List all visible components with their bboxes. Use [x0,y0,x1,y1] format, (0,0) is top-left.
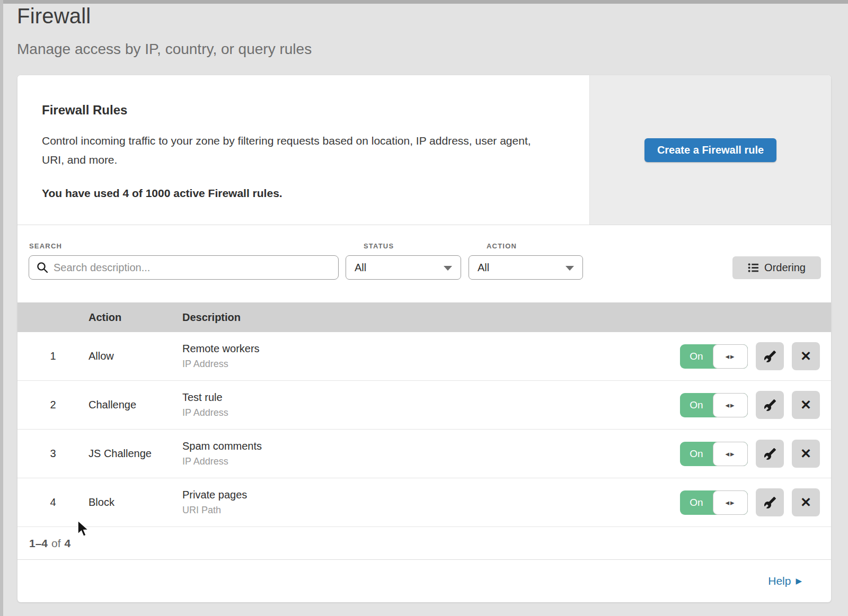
delete-rule-button[interactable]: ✕ [792,440,820,468]
toggle-handle-arrows-icon: ◂▸ [713,393,748,417]
table-row: 4 Block Private pages URI Path On ◂▸ ✕ [17,478,831,527]
close-icon: ✕ [800,398,811,412]
status-label: STATUS [364,242,394,250]
filters-bar: SEARCH STATUS All ACTION All [17,225,831,302]
section-heading: Firewall Rules [42,103,558,118]
edit-rule-button[interactable] [756,440,784,468]
usage-summary: You have used 4 of 1000 active Firewall … [42,187,558,200]
pagination-of-label: of [51,537,61,550]
intro-section: Firewall Rules Control incoming traffic … [17,75,831,225]
intro-text-block: Firewall Rules Control incoming traffic … [17,75,589,225]
rule-match-type: IP Address [182,456,680,467]
create-rule-panel: Create a Firewall rule [589,75,831,225]
table-header: Action Description [17,302,831,332]
toggle-on-label: On [680,393,713,417]
rule-priority: 3 [17,448,89,460]
rule-match-type: IP Address [182,359,680,370]
status-selected-value: All [355,262,366,274]
edit-rule-button[interactable] [756,391,784,419]
table-row: 3 JS Challenge Spam comments IP Address … [17,430,831,478]
rule-description-cell: Remote workers IP Address [182,343,680,370]
caret-right-icon: ▶ [796,576,802,586]
toggle-on-label: On [680,442,713,466]
help-link[interactable]: Help ▶ [768,575,802,587]
description-column-header: Description [182,311,831,324]
delete-rule-button[interactable]: ✕ [792,391,820,419]
rule-description: Private pages [182,489,680,501]
search-icon [36,261,49,274]
rule-enabled-toggle[interactable]: On ◂▸ [680,344,748,369]
close-icon: ✕ [800,350,811,363]
firewall-rules-card: Firewall Rules Control incoming traffic … [17,75,831,602]
rule-description-cell: Private pages URI Path [182,489,680,516]
toggle-on-label: On [680,490,713,515]
ordering-button[interactable]: Ordering [732,256,821,279]
search-label: SEARCH [29,242,62,250]
rule-description: Remote workers [182,343,680,355]
window-top-edge [0,0,848,4]
ordering-button-label: Ordering [764,262,806,274]
toggle-on-label: On [680,344,713,369]
wrench-icon [764,350,776,363]
wrench-icon [764,448,776,460]
rule-match-type: IP Address [182,407,680,418]
search-input[interactable] [29,255,339,280]
action-select[interactable]: All [469,255,583,280]
rule-description-cell: Spam comments IP Address [182,440,680,467]
list-icon [748,262,759,273]
edit-rule-button[interactable] [756,488,784,516]
wrench-icon [764,496,776,509]
action-column-header: Action [89,311,182,324]
action-selected-value: All [478,262,489,274]
chevron-down-icon [444,266,452,271]
rule-action: Challenge [89,399,182,411]
delete-rule-button[interactable]: ✕ [792,342,820,370]
action-label: ACTION [487,242,517,250]
rule-description-cell: Test rule IP Address [182,391,680,418]
rule-priority: 2 [17,399,89,411]
rule-action: JS Challenge [89,448,182,460]
rule-description: Spam comments [182,440,680,452]
rule-controls: On ◂▸ ✕ [680,488,831,516]
rule-action: Block [89,496,182,508]
help-link-label: Help [768,575,791,587]
status-select[interactable]: All [346,255,461,280]
rule-controls: On ◂▸ ✕ [680,342,831,370]
table-row: 1 Allow Remote workers IP Address On ◂▸ … [17,332,831,381]
page-header: Firewall Manage access by IP, country, o… [17,4,312,58]
card-footer: Help ▶ [17,560,831,602]
section-description: Control incoming traffic to your zone by… [42,131,545,169]
pagination: 1–4 of 4 [17,527,831,560]
delete-rule-button[interactable]: ✕ [792,488,820,516]
chevron-down-icon [566,266,574,271]
toggle-handle-arrows-icon: ◂▸ [713,442,748,466]
create-firewall-rule-button[interactable]: Create a Firewall rule [644,138,776,162]
page-title: Firewall [17,4,312,28]
rule-enabled-toggle[interactable]: On ◂▸ [680,442,748,466]
table-row: 2 Challenge Test rule IP Address On ◂▸ ✕ [17,381,831,430]
rule-action: Allow [89,350,182,362]
pagination-total: 4 [65,537,71,550]
search-field-wrap [29,255,339,280]
toggle-handle-arrows-icon: ◂▸ [713,490,748,515]
rule-enabled-toggle[interactable]: On ◂▸ [680,490,748,515]
edit-rule-button[interactable] [756,342,784,370]
rule-controls: On ◂▸ ✕ [680,440,831,468]
pagination-range: 1–4 [29,537,48,550]
wrench-icon [764,399,776,412]
window-left-edge [0,0,3,616]
rule-match-type: URI Path [182,505,680,516]
rule-enabled-toggle[interactable]: On ◂▸ [680,393,748,417]
page-subtitle: Manage access by IP, country, or query r… [17,41,312,58]
toggle-handle-arrows-icon: ◂▸ [713,344,748,369]
rule-description: Test rule [182,391,680,404]
rule-controls: On ◂▸ ✕ [680,391,831,419]
close-icon: ✕ [800,447,811,460]
rule-priority: 4 [17,496,89,508]
rule-priority: 1 [17,350,89,362]
close-icon: ✕ [800,496,811,509]
